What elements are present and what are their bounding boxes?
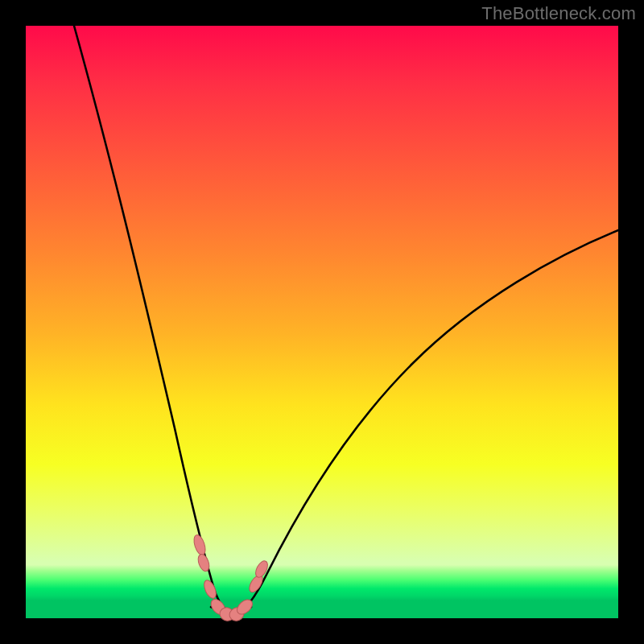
v-curve-left — [74, 26, 233, 614]
markers-group — [192, 534, 270, 623]
v-curve-right — [233, 230, 618, 614]
chart-frame: TheBottleneck.com — [0, 0, 644, 644]
plot-area — [26, 26, 618, 618]
marker-left-1 — [192, 534, 207, 556]
chart-svg — [26, 26, 618, 618]
curve-group — [74, 26, 618, 614]
watermark-text: TheBottleneck.com — [481, 3, 636, 24]
